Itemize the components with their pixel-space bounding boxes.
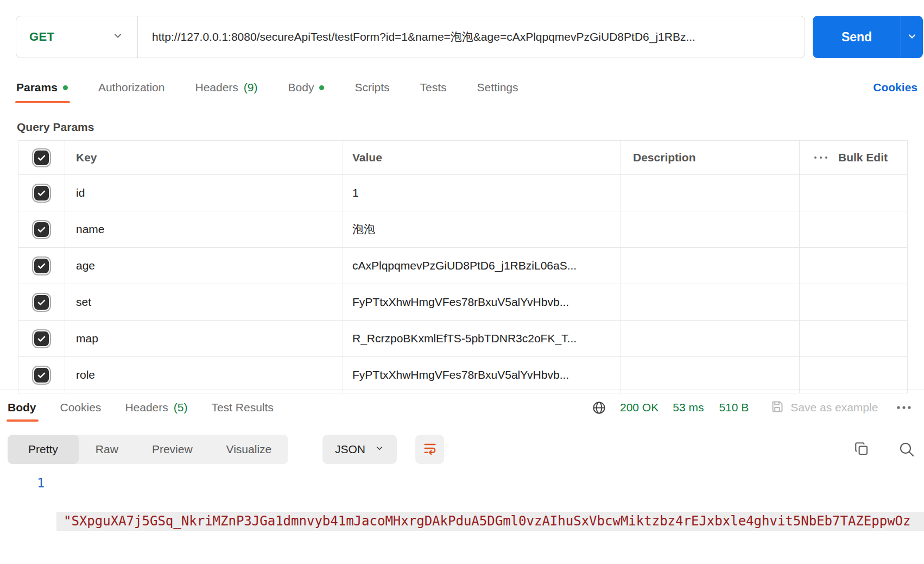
response-meta: 200 OK 53 ms 510 B Save as example (592, 392, 917, 423)
more-horizontal-icon (813, 151, 830, 164)
response-tab-test-results[interactable]: Test Results (211, 392, 273, 423)
mode-raw-button[interactable]: Raw (79, 435, 135, 464)
format-label: JSON (335, 443, 365, 456)
table-header-row: Key Value Description Bulk Edit (18, 141, 907, 175)
tab-label: Settings (477, 81, 518, 94)
wrap-lines-button[interactable] (415, 435, 444, 464)
tab-headers[interactable]: Headers (9) (195, 71, 257, 104)
select-all-checkbox[interactable] (34, 151, 49, 165)
param-key-cell[interactable]: set (65, 284, 343, 320)
tab-settings[interactable]: Settings (477, 71, 518, 104)
param-value-cell[interactable]: 泡泡 (343, 211, 621, 247)
table-row: age cAxPlqpqmevPzGiUD8PtD6_j1RBziL06aS..… (18, 248, 907, 284)
param-description-cell[interactable] (621, 211, 800, 247)
tab-label: Headers (125, 401, 168, 414)
response-time: 53 ms (673, 401, 704, 414)
response-headers-count: (5) (174, 401, 188, 414)
more-horizontal-icon[interactable] (895, 403, 917, 412)
param-key-cell[interactable]: age (65, 248, 343, 284)
send-options-button[interactable] (901, 16, 923, 58)
query-params-table: Key Value Description Bulk Edit id 1 nam… (18, 140, 908, 393)
tab-label: Authorization (98, 81, 165, 94)
tab-label: Scripts (355, 81, 389, 94)
method-selector[interactable]: GET (16, 16, 138, 58)
table-row: role FyPTtxXhwHmgVFes78rBxuV5alYvHbvb... (18, 357, 907, 393)
tab-label: Body (288, 81, 314, 94)
search-button[interactable] (898, 441, 915, 460)
line-number: 1 (0, 474, 45, 493)
api-client-window: GET http://127.0.0.1:8080/secureApiTest/… (0, 0, 924, 564)
response-viewer-toolbar: Pretty Raw Preview Visualize JSON (8, 435, 916, 464)
row-checkbox[interactable] (34, 295, 49, 310)
tab-label: Test Results (211, 401, 273, 414)
row-checkbox[interactable] (34, 222, 49, 237)
status-badge: 200 OK (620, 401, 659, 414)
chevron-down-icon (112, 30, 123, 43)
param-description-cell[interactable] (621, 284, 800, 320)
param-key-cell[interactable]: name (65, 211, 343, 247)
column-header-description: Description (621, 141, 800, 174)
send-button[interactable]: Send (813, 16, 901, 58)
row-checkbox[interactable] (34, 186, 49, 200)
column-header-key: Key (65, 141, 343, 174)
param-description-cell[interactable] (621, 321, 800, 356)
param-key-cell[interactable]: id (65, 175, 343, 211)
search-icon (898, 452, 915, 460)
tab-authorization[interactable]: Authorization (98, 71, 165, 104)
cookies-link[interactable]: Cookies (873, 71, 917, 104)
request-tabs: Params Authorization Headers (9) Body Sc… (16, 71, 859, 104)
save-as-example-button[interactable]: Save as example (770, 399, 878, 416)
chevron-down-icon (375, 443, 384, 456)
unsaved-dot (63, 85, 68, 90)
table-row: map R_RcrzpoBKxmlEfTS-5pbTDNR3c2oFK_T... (18, 321, 907, 357)
param-description-cell[interactable] (621, 248, 800, 284)
response-tab-cookies[interactable]: Cookies (60, 392, 102, 423)
format-select[interactable]: JSON (322, 435, 397, 464)
mode-pretty-button[interactable]: Pretty (8, 435, 79, 464)
save-icon (770, 399, 784, 416)
bulk-edit-button[interactable]: Bulk Edit (800, 141, 907, 174)
view-mode-group: Pretty Raw Preview Visualize (8, 435, 288, 464)
query-params-title: Query Params (17, 121, 94, 134)
row-checkbox[interactable] (34, 331, 49, 346)
copy-button[interactable] (853, 441, 870, 459)
tab-label: Headers (195, 81, 238, 94)
wrap-lines-icon (422, 441, 438, 458)
chevron-down-icon (907, 31, 917, 43)
param-key-cell[interactable]: role (65, 357, 343, 393)
tab-tests[interactable]: Tests (420, 71, 447, 104)
response-body-line: "SXpguXA7j5GSq_NkriMZnP3JGa1dmnvyb41mJac… (56, 512, 924, 531)
param-value-cell[interactable]: R_RcrzpoBKxmlEfTS-5pbTDNR3c2oFK_T... (343, 321, 621, 356)
table-row: id 1 (18, 175, 907, 211)
mode-visualize-button[interactable]: Visualize (210, 435, 289, 464)
param-value-cell[interactable]: FyPTtxXhwHmgVFes78rBxuV5alYvHbvb... (343, 284, 621, 320)
response-size: 510 B (719, 401, 749, 414)
row-checkbox[interactable] (34, 259, 49, 273)
globe-icon[interactable] (592, 400, 606, 415)
table-row: set FyPTtxXhwHmgVFes78rBxuV5alYvHbvb... (18, 284, 907, 321)
response-header: Body Cookies Headers (5) Test Results 20… (8, 392, 924, 423)
param-description-cell[interactable] (621, 175, 800, 211)
param-value-cell[interactable]: 1 (343, 175, 621, 211)
unsaved-dot (319, 85, 324, 90)
url-input[interactable]: http://127.0.0.1:8080/secureApiTest/test… (138, 29, 805, 45)
row-checkbox[interactable] (34, 368, 49, 383)
response-body-text: "SXpguXA7j5GSq_NkriMZnP3JGa1dmnvyb41mJac… (56, 474, 924, 564)
param-key-cell[interactable]: map (65, 321, 343, 356)
response-tab-headers[interactable]: Headers (5) (125, 392, 187, 423)
bulk-edit-label: Bulk Edit (838, 151, 888, 164)
tab-label: Tests (420, 81, 447, 94)
headers-count: (9) (244, 81, 258, 94)
save-as-example-label: Save as example (790, 401, 878, 414)
param-value-cell[interactable]: FyPTtxXhwHmgVFes78rBxuV5alYvHbvb... (343, 357, 621, 393)
response-tab-body[interactable]: Body (8, 392, 36, 423)
tab-body[interactable]: Body (288, 71, 325, 104)
tab-label: Body (8, 401, 36, 414)
tab-label: Params (16, 81, 58, 94)
param-value-cell[interactable]: cAxPlqpqmevPzGiUD8PtD6_j1RBziL06aS... (343, 248, 621, 284)
send-button-group: Send (813, 16, 923, 58)
tab-params[interactable]: Params (16, 71, 68, 104)
param-description-cell[interactable] (621, 357, 800, 393)
tab-scripts[interactable]: Scripts (355, 71, 389, 104)
mode-preview-button[interactable]: Preview (135, 435, 210, 464)
